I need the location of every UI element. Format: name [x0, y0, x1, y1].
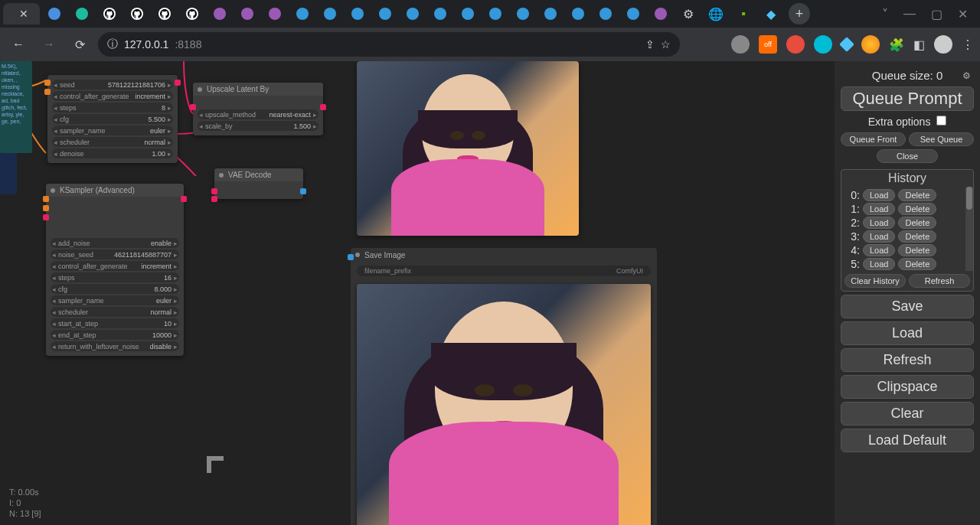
gear-icon[interactable]: ⚙	[962, 70, 971, 81]
reload-button[interactable]: ⟳	[67, 32, 92, 57]
tab[interactable]: ◆	[758, 3, 784, 24]
extension-icon[interactable]	[839, 37, 854, 52]
chevron-left-icon[interactable]: ◂	[52, 308, 56, 316]
port-in[interactable]	[43, 196, 49, 202]
load-default-button[interactable]: Load Default	[841, 429, 974, 452]
port-out[interactable]	[300, 188, 306, 194]
port-in[interactable]	[44, 89, 51, 95]
chevron-left-icon[interactable]: ◂	[52, 262, 56, 270]
tab[interactable]	[289, 3, 315, 24]
port-in[interactable]	[44, 80, 51, 86]
extensions-icon[interactable]: 🧩	[889, 38, 904, 52]
node-widget[interactable]: ◂control_after_generateincrement▸	[52, 91, 173, 101]
tab[interactable]: ▪	[730, 3, 756, 24]
tab[interactable]	[537, 3, 564, 24]
tab[interactable]	[96, 3, 122, 24]
port-in[interactable]	[43, 205, 49, 211]
history-load-button[interactable]: Load	[863, 258, 895, 270]
tab[interactable]	[69, 3, 95, 24]
chevron-left-icon[interactable]: ◂	[52, 240, 56, 247]
sidepanel-icon[interactable]: ◧	[913, 38, 925, 52]
port-in[interactable]	[190, 104, 196, 110]
port-in[interactable]	[211, 196, 217, 202]
clipspace-button[interactable]: Clipspace	[841, 375, 974, 399]
refresh-history-button[interactable]: Refresh	[909, 274, 970, 288]
node-widget[interactable]: ◂scale_by1.500▸	[198, 121, 318, 131]
tab[interactable]	[124, 3, 150, 24]
tab[interactable]	[234, 3, 260, 24]
port-out[interactable]	[320, 104, 326, 110]
chevron-left-icon[interactable]: ◂	[52, 343, 56, 351]
chevron-right-icon[interactable]: ▸	[174, 240, 178, 247]
extension-icon[interactable]	[786, 35, 805, 54]
chevron-right-icon[interactable]: ▸	[313, 122, 317, 130]
tab[interactable]	[510, 3, 536, 24]
close-button[interactable]: Close	[877, 149, 938, 163]
tab[interactable]	[345, 3, 371, 24]
node-graph-canvas[interactable]: ling 9 oft, , RAW, d, urred et happy lph…	[0, 61, 835, 525]
node-widget[interactable]: ◂schedulernormal▸	[52, 137, 173, 147]
chevron-left-icon[interactable]: ◂	[52, 274, 56, 282]
chevron-left-icon[interactable]: ◂	[199, 122, 203, 130]
chevron-right-icon[interactable]: ▸	[174, 308, 178, 316]
tab[interactable]	[41, 3, 67, 24]
info-icon[interactable]: ⓘ	[107, 38, 118, 51]
port-out[interactable]	[181, 196, 187, 202]
ksampler-node[interactable]: ◂seed578122121881706▸◂control_after_gene…	[47, 75, 178, 163]
tab[interactable]	[152, 3, 178, 24]
chevron-left-icon[interactable]: ◂	[52, 320, 56, 328]
chevron-left-icon[interactable]: ◂	[54, 104, 57, 112]
tab[interactable]: ⚙	[675, 3, 701, 24]
close-icon[interactable]: ✕	[19, 8, 28, 20]
tab[interactable]	[482, 3, 508, 24]
node-widget[interactable]: ◂start_at_step10▸	[51, 318, 179, 328]
see-queue-button[interactable]: See Queue	[909, 132, 974, 146]
chevron-left-icon[interactable]: ◂	[52, 297, 56, 305]
minimize-icon[interactable]: —	[903, 7, 916, 21]
chevron-right-icon[interactable]: ▸	[174, 274, 178, 282]
clear-history-button[interactable]: Clear History	[844, 274, 906, 288]
node-widget[interactable]: ◂control_after_generateincrement▸	[51, 261, 179, 271]
history-load-button[interactable]: Load	[863, 189, 895, 201]
node-widget[interactable]: ◂seed578122121881706▸	[52, 80, 173, 90]
chevron-right-icon[interactable]: ▸	[174, 343, 178, 351]
close-icon[interactable]: ✕	[958, 7, 968, 21]
history-load-button[interactable]: Load	[863, 230, 895, 243]
chevron-right-icon[interactable]: ▸	[174, 320, 178, 328]
tab[interactable]	[565, 3, 591, 24]
node-widget[interactable]: ◂cfg5.500▸	[52, 114, 173, 124]
back-button[interactable]: ←	[6, 32, 31, 57]
tab[interactable]	[179, 3, 205, 24]
node-widget[interactable]: ◂return_with_leftover_noisedisable▸	[51, 341, 179, 351]
star-icon[interactable]: ☆	[661, 38, 671, 51]
history-delete-button[interactable]: Delete	[898, 244, 936, 256]
chevron-right-icon[interactable]: ▸	[174, 331, 178, 339]
node-widget[interactable]: ◂upscale_methodnearest-exact▸	[198, 109, 318, 119]
extension-icon[interactable]	[814, 35, 832, 54]
chevron-left-icon[interactable]: ◂	[54, 150, 57, 158]
node-widget[interactable]: ◂noise_seed462118145887707▸	[51, 249, 179, 259]
refresh-button[interactable]: Refresh	[841, 348, 974, 372]
tab[interactable]	[317, 3, 343, 24]
url-input[interactable]: ⓘ 127.0.0.1:8188 ⇪ ☆	[98, 32, 680, 57]
chevron-left-icon[interactable]: ◂	[54, 81, 57, 89]
tab[interactable]: 🌐	[703, 3, 729, 24]
output-image[interactable]	[357, 284, 651, 525]
tab[interactable]	[620, 3, 646, 24]
chevron-right-icon[interactable]: ▸	[168, 127, 172, 135]
upscale-latent-node[interactable]: Upscale Latent By ◂upscale_methodnearest…	[193, 83, 323, 135]
new-tab-button[interactable]: +	[789, 3, 810, 24]
chevron-right-icon[interactable]: ▸	[168, 93, 172, 100]
tab[interactable]	[593, 3, 619, 24]
clear-button[interactable]: Clear	[841, 402, 974, 426]
save-image-node[interactable]: Save Image filename_prefix ComfyUI	[351, 248, 657, 525]
history-delete-button[interactable]: Delete	[898, 230, 936, 243]
tab[interactable]	[262, 3, 288, 24]
node-widget[interactable]: ◂sampler_nameeuler▸	[52, 126, 173, 135]
save-button[interactable]: Save	[841, 295, 974, 318]
port-in[interactable]	[211, 188, 217, 194]
chevron-left-icon[interactable]: ◂	[54, 93, 57, 100]
extension-icon[interactable]	[731, 35, 750, 54]
chevron-left-icon[interactable]: ◂	[52, 285, 56, 293]
history-delete-button[interactable]: Delete	[898, 258, 936, 270]
